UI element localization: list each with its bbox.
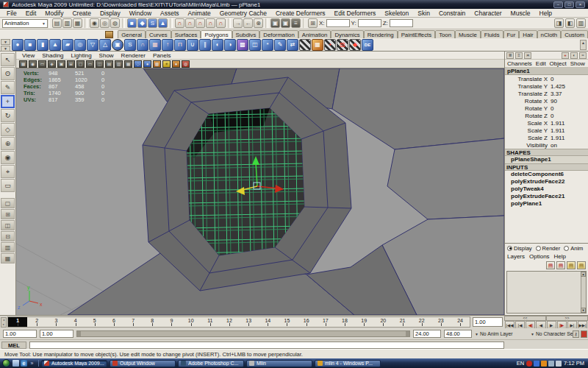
shelf-tab[interactable]: Subdivs bbox=[232, 30, 260, 38]
volume-tray-icon[interactable] bbox=[556, 361, 562, 367]
menu-item[interactable]: Skeleton bbox=[380, 10, 413, 17]
new-render-layer-selected-icon[interactable]: ▤ bbox=[577, 261, 586, 269]
poly-helix-icon[interactable]: S bbox=[124, 39, 136, 51]
channel-label[interactable]: Rotate Z bbox=[505, 113, 551, 119]
divide-icon[interactable]: ▦ bbox=[149, 39, 161, 51]
y-input[interactable] bbox=[358, 19, 381, 27]
select-object-icon[interactable]: ◎ bbox=[100, 18, 110, 28]
uv-layout-icon[interactable]: ◆ bbox=[349, 39, 361, 51]
snap-to-points-icon[interactable]: ∩ bbox=[196, 18, 205, 28]
layout-hypershade-button[interactable]: ▥ bbox=[1, 242, 15, 252]
layout-four-pane-button[interactable]: ⊞ bbox=[1, 209, 15, 219]
viewport-menu-item[interactable]: Lighting bbox=[71, 52, 92, 59]
uv-checker-icon[interactable] bbox=[299, 39, 311, 51]
taskbar-button[interactable]: mlin 4 - Windows P... bbox=[315, 360, 381, 367]
time-slider-scroll-icon[interactable]: ◂▸ bbox=[1, 317, 7, 328]
mask-surfaces-icon[interactable]: ▲ bbox=[158, 18, 168, 28]
tool-settings-toggle-icon[interactable]: ◧ bbox=[565, 18, 575, 28]
channel-box-menu-item[interactable]: Edit bbox=[536, 60, 546, 67]
shelf-tab[interactable]: Custom bbox=[561, 30, 588, 38]
timeline-frame[interactable]: 21 bbox=[392, 317, 412, 327]
menu-item[interactable]: Animate bbox=[184, 10, 215, 17]
menu-item[interactable]: Window bbox=[125, 10, 156, 17]
ipr-render-icon[interactable]: ▣ bbox=[281, 18, 290, 28]
close-button[interactable]: × bbox=[576, 1, 585, 8]
channel-box-menu-item[interactable]: Channels bbox=[507, 60, 532, 67]
new-layer-from-selected-icon[interactable]: ▤ bbox=[556, 261, 565, 269]
extrude-icon[interactable]: ↑ bbox=[162, 39, 173, 51]
internet-explorer-icon[interactable]: e bbox=[21, 360, 27, 367]
select-hierarchy-icon[interactable]: ◉ bbox=[90, 18, 99, 28]
boolean-union-icon[interactable]: ◐ bbox=[212, 39, 223, 51]
safe-title-icon[interactable]: ▦ bbox=[124, 60, 132, 68]
timeline-frame[interactable]: 14 bbox=[258, 317, 277, 327]
shelf-tab[interactable]: Fur bbox=[503, 30, 520, 38]
shelf-tab[interactable]: Dynamics bbox=[331, 30, 363, 38]
snap-to-curves-icon[interactable]: ∩ bbox=[185, 18, 195, 28]
animation-start-field[interactable]: 1.00 bbox=[3, 330, 37, 338]
textured-mode-icon[interactable]: ▩ bbox=[153, 60, 161, 68]
shelf-tab[interactable]: Deformation bbox=[259, 30, 298, 38]
channel-value[interactable]: 90 bbox=[551, 98, 557, 105]
input-node[interactable]: polyTweak4 bbox=[505, 185, 588, 193]
set-key-icon[interactable]: ⚷ bbox=[573, 330, 579, 338]
shelf-tab[interactable]: Toon bbox=[435, 30, 455, 38]
timeline-frame[interactable]: 11 bbox=[201, 317, 220, 327]
new-render-layer-icon[interactable]: ▤ bbox=[567, 261, 576, 269]
menu-item[interactable]: Character bbox=[470, 10, 506, 17]
timeline-frame[interactable]: 8 bbox=[143, 317, 162, 327]
poly-plane-icon[interactable]: ▰ bbox=[62, 39, 74, 51]
layout-single-pane-button[interactable]: ▢ bbox=[1, 198, 15, 208]
channel-label[interactable]: Visibility bbox=[505, 142, 551, 149]
separate-icon[interactable]: ∥ bbox=[199, 39, 211, 51]
layer-mode-radio[interactable]: Anim bbox=[564, 245, 583, 252]
render-current-frame-icon[interactable]: ▣ bbox=[270, 18, 280, 28]
smooth-shade-icon[interactable]: ● bbox=[143, 60, 151, 68]
move-tool[interactable]: + bbox=[1, 95, 15, 108]
snap-to-view-planes-icon[interactable]: ∩ bbox=[206, 18, 215, 28]
camera-attributes-icon[interactable]: ▭ bbox=[38, 60, 46, 68]
timeline-frame[interactable]: 12 bbox=[220, 317, 239, 327]
animation-end-field[interactable]: 48.00 bbox=[444, 330, 472, 338]
clock[interactable]: 7:12 PM bbox=[564, 360, 586, 367]
channel-label[interactable]: Rotate X bbox=[505, 98, 551, 105]
sculpt-geometry-icon[interactable]: * bbox=[262, 39, 273, 51]
layer-list[interactable]: ▲▼ bbox=[506, 271, 587, 314]
layer-list-scrollbar[interactable]: ▲▼ bbox=[581, 272, 586, 313]
shelf-tab[interactable]: Fluids bbox=[481, 30, 503, 38]
use-lights-icon[interactable]: ☀ bbox=[162, 60, 171, 68]
restore-button[interactable]: □ bbox=[564, 1, 574, 8]
gate-mask-icon[interactable]: ◫ bbox=[96, 60, 104, 68]
viewport-menu-item[interactable]: Renderer bbox=[121, 52, 146, 59]
scroll-down-icon[interactable]: ▼ bbox=[581, 308, 586, 313]
taskbar-button[interactable]: Adobe Photoshop C... bbox=[178, 360, 244, 367]
layer-mode-radio[interactable]: Display bbox=[507, 245, 532, 252]
menu-item[interactable]: Edit Deformers bbox=[330, 10, 381, 17]
menu-item[interactable]: Help bbox=[535, 10, 556, 17]
xray-mode-icon[interactable]: ◍ bbox=[182, 60, 190, 68]
poly-cylinder-icon[interactable]: ▮ bbox=[37, 39, 49, 51]
media-tray-icon[interactable] bbox=[541, 361, 547, 367]
uv-grid-icon[interactable]: ▦ bbox=[312, 39, 323, 51]
channel-value[interactable]: 1.911 bbox=[551, 127, 564, 134]
channel-value[interactable]: 1.911 bbox=[551, 120, 564, 127]
soft-mod-tool[interactable]: ◉ bbox=[1, 151, 15, 164]
mask-joints-icon[interactable]: ◆ bbox=[137, 18, 147, 28]
grid-toggle-icon[interactable]: ⊞ bbox=[67, 60, 75, 68]
shelf-tab[interactable]: General bbox=[118, 30, 146, 38]
start-button[interactable] bbox=[2, 359, 10, 367]
construction-history-icon[interactable]: ⊗ bbox=[254, 18, 263, 28]
timeline-frame[interactable]: 1 bbox=[8, 317, 27, 327]
poly-sphere-icon[interactable]: ● bbox=[12, 39, 24, 51]
resolution-gate-icon[interactable]: ▭ bbox=[86, 60, 94, 68]
save-scene-icon[interactable]: ▦ bbox=[73, 18, 82, 28]
input-node[interactable]: polyExtrudeFace21 bbox=[505, 193, 588, 200]
character-set-dropdown[interactable]: ▼ No Character Set bbox=[531, 330, 574, 338]
new-scene-icon[interactable]: ▤ bbox=[52, 18, 62, 28]
poly-torus-icon[interactable]: ◎ bbox=[74, 39, 86, 51]
shelf-tab[interactable]: Polygons bbox=[201, 30, 232, 38]
paint-transfer-icon[interactable]: ✎ bbox=[274, 39, 286, 51]
input-connections-icon[interactable]: → bbox=[233, 18, 243, 28]
poly-de-icon[interactable]: DE bbox=[362, 39, 373, 51]
nav-forward-button[interactable]: >> bbox=[546, 316, 588, 321]
